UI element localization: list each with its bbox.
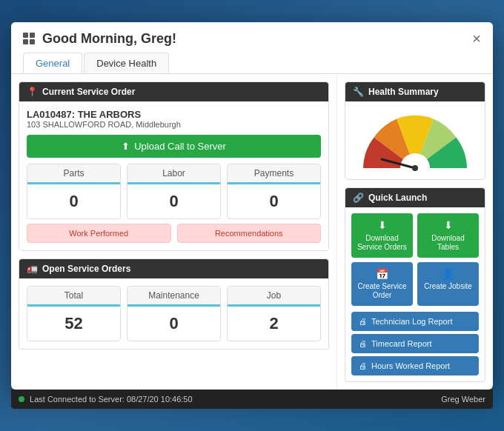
health-summary-header: 🔧 Health Summary [345,82,485,101]
total-card: Total 52 [27,286,121,341]
download-tables-label: Download Tables [420,234,476,252]
create-so-label: Create Service Order [354,282,410,300]
location-icon: 📍 [27,87,38,97]
open-service-orders-content: Total 52 Maintenance 0 Job 2 [19,278,328,349]
quick-launch-header: 🔗 Quick Launch [345,188,485,207]
modal-title-text: Good Morning, Greg! [42,31,176,47]
hours-worked-label: Hours Worked Report [371,361,450,370]
technician-log-report-button[interactable]: 🖨 Technician Log Report [351,312,479,331]
connection-label: Last Connected to Server: 08/27/20 10:46… [30,395,193,404]
status-bar: Last Connected to Server: 08/27/20 10:46… [11,390,493,409]
tech-log-icon: 🖨 [359,317,367,326]
launch-icon: 🔗 [353,193,364,203]
payments-label: Payments [228,164,320,184]
upload-label: Upload Call to Server [134,141,226,152]
health-summary-label: Health Summary [368,87,439,97]
open-service-orders-header: 🚛 Open Service Orders [19,259,328,278]
parts-value: 0 [27,184,120,218]
open-service-orders-section: 🚛 Open Service Orders Total 52 Maintena [19,258,329,350]
modal-tabs: General Device Health [23,53,481,73]
payments-value: 0 [228,184,320,218]
total-value: 52 [27,307,120,341]
maintenance-card: Maintenance 0 [127,286,221,341]
download-so-icon: ⬇ [378,219,387,232]
action-buttons: Work Performed Recommendations [27,224,321,243]
open-service-orders-label: Open Service Orders [42,264,130,274]
current-service-order-content: LA010487: THE ARBORS 103 SHALLOWFORD ROA… [19,101,328,250]
current-service-order-label: Current Service Order [42,87,135,97]
gauge-chart [356,109,474,176]
quick-launch-section: 🔗 Quick Launch ⬇ Download Service Orders… [345,187,485,383]
parts-card: Parts 0 [27,164,121,219]
upload-icon: ⬆ [122,141,130,152]
health-icon: 🔧 [353,87,364,97]
modal-title: Good Morning, Greg! [23,31,176,47]
payments-card: Payments 0 [227,164,321,219]
download-tables-button[interactable]: ⬇ Download Tables [417,213,479,258]
status-connection: Last Connected to Server: 08/27/20 10:46… [19,395,193,404]
tech-log-label: Technician Log Report [371,317,452,326]
job-label: Job [228,287,320,307]
close-button[interactable]: × [472,31,481,46]
create-jobsite-icon: 👤 [442,268,454,281]
tab-general[interactable]: General [23,53,82,73]
quick-launch-grid: ⬇ Download Service Orders ⬇ Download Tab… [345,207,485,313]
quick-launch-label: Quick Launch [368,193,427,203]
timecard-label: Timecard Report [371,339,432,348]
order-address-block: LA010487: THE ARBORS 103 SHALLOWFORD ROA… [27,109,321,129]
download-so-label: Download Service Orders [354,234,410,252]
upload-button[interactable]: ⬆ Upload Call to Server [27,135,321,158]
work-performed-button[interactable]: Work Performed [27,224,171,243]
total-label: Total [27,287,120,307]
report-buttons: 🖨 Technician Log Report 🖨 Timecard Repor… [345,312,485,381]
job-card: Job 2 [227,286,321,341]
svg-point-2 [412,165,418,171]
maintenance-value: 0 [127,307,220,341]
recommendations-button[interactable]: Recommendations [177,224,322,243]
modal: Good Morning, Greg! × General Device Hea… [11,22,493,390]
order-name: LA010487: THE ARBORS [27,109,321,120]
status-user: Greg Weber [441,395,485,404]
timecard-report-button[interactable]: 🖨 Timecard Report [351,334,479,353]
current-service-order-section: 📍 Current Service Order LA010487: THE AR… [19,81,329,251]
labor-label: Labor [127,164,220,184]
create-jobsite-label: Create Jobsite [424,282,471,291]
left-panel: 📍 Current Service Order LA010487: THE AR… [11,74,337,390]
modal-body: 📍 Current Service Order LA010487: THE AR… [11,74,493,390]
tab-device-health[interactable]: Device Health [84,53,169,73]
current-service-order-header: 📍 Current Service Order [19,82,328,101]
timecard-icon: 🖨 [359,339,367,348]
hours-worked-report-button[interactable]: 🖨 Hours Worked Report [351,356,479,375]
service-order-metrics: Parts 0 Labor 0 Payments 0 [27,164,321,219]
download-service-orders-button[interactable]: ⬇ Download Service Orders [351,213,413,258]
parts-label: Parts [27,164,120,184]
right-panel: 🔧 Health Summary [337,74,493,390]
create-jobsite-button[interactable]: 👤 Create Jobsite [417,262,479,307]
hours-worked-icon: 🖨 [359,361,367,370]
create-service-order-button[interactable]: 📅 Create Service Order [351,262,413,307]
connection-dot [19,396,24,402]
gauge-container [345,101,485,179]
background: Good Morning, Greg! × General Device Hea… [0,0,504,431]
open-orders-metrics: Total 52 Maintenance 0 Job 2 [27,286,321,341]
maintenance-label: Maintenance [127,287,220,307]
labor-card: Labor 0 [127,164,221,219]
truck-icon: 🚛 [27,264,38,274]
job-value: 2 [228,307,320,341]
grid-icon [23,33,35,44]
labor-value: 0 [127,184,220,218]
health-summary-section: 🔧 Health Summary [345,81,485,180]
order-address: 103 SHALLOWFORD ROAD, Middleburgh [27,120,321,129]
download-tables-icon: ⬇ [444,219,453,232]
create-so-icon: 📅 [376,268,388,281]
modal-header: Good Morning, Greg! × General Device Hea… [11,22,493,74]
